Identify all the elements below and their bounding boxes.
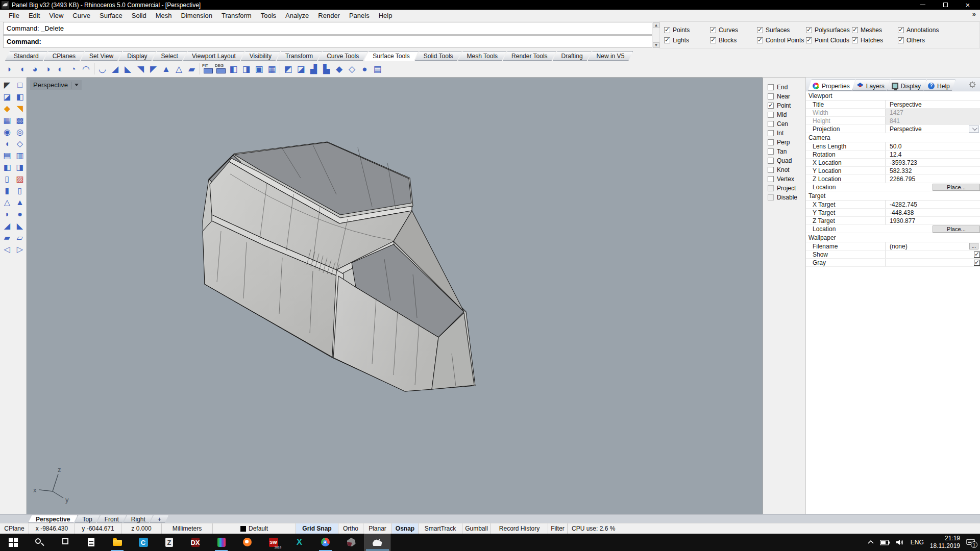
side-toolbar-icon-surface-patch[interactable]: ▩ [14,115,26,126]
filter-checkbox[interactable]: Meshes [852,25,898,35]
toolbar-icon-match-surface[interactable]: ◨ [240,63,253,76]
osnap-option[interactable]: Cen [768,119,805,129]
toolbar-icon-surface-edge[interactable]: ◖ [16,63,29,76]
status-segment[interactable]: x -9846.430 [29,523,75,534]
menu-item[interactable]: Help [374,11,397,20]
toolbar-icon-uv-editor[interactable]: ◆ [333,63,346,76]
side-toolbar-icon-control-net[interactable]: ▦ [1,115,13,126]
menu-item[interactable]: File [4,11,24,20]
toolbar-icon-curve-handle[interactable]: ◠ [80,63,92,76]
filter-checkbox[interactable]: Blocks [710,35,757,45]
menu-item[interactable]: Render [313,11,345,20]
side-toolbar-icon-visibility-flag[interactable]: ◪ [1,91,13,103]
toolbar-icon-surface-curve[interactable]: ◕ [29,63,41,76]
menu-item[interactable]: Surface [95,11,127,20]
toolbar-icon-surface-fillet[interactable]: ◐ [54,63,67,76]
side-toolbar-icon-plane-tool-2[interactable]: ▥ [14,150,26,161]
toolbar-tab[interactable]: Viewport Layout [183,51,244,61]
scroll-up-icon[interactable]: ▲ [653,22,659,28]
checkbox-icon[interactable] [768,176,774,182]
checkbox-icon[interactable] [898,27,904,33]
toolbar-tab[interactable]: New in V5 [588,51,633,61]
taskbar-app-calculator[interactable] [78,534,104,551]
panel-tab-display[interactable]: Display [887,80,926,91]
toolbar-tab[interactable]: Solid Tools [415,51,462,61]
toolbar-tab[interactable]: Visibility [241,51,280,61]
side-toolbar-icon-surface-corner-2[interactable]: ◗ [1,209,13,220]
toolbar-tab[interactable]: Standard [5,51,47,61]
filter-checkbox[interactable]: Point Clouds [806,35,852,45]
browse-ellipsis-button[interactable]: ... [969,243,978,249]
command-history[interactable]: Command: _Delete [3,22,652,35]
property-value[interactable]: (none) [885,242,969,250]
maximize-icon[interactable] [934,0,957,10]
taskbar-app-blender[interactable] [234,534,260,551]
toolbar-icon-taper-surface[interactable]: ◤ [147,63,160,76]
filter-checkbox[interactable]: Control Points [757,35,806,45]
side-toolbar-icon-select-pointer[interactable]: ◤ [1,80,13,91]
language-indicator[interactable]: ENG [911,539,924,546]
toolbar-icon-unroll-surface[interactable]: ▤ [371,63,384,76]
taskbar-app-media[interactable] [208,534,234,551]
toolbar-icon-control-points-on[interactable]: ◩ [282,63,295,76]
clock[interactable]: 21:19 18.11.2019 [930,535,960,550]
osnap-option[interactable]: Quad [768,156,805,165]
viewport-tab[interactable]: Front [97,515,127,523]
property-value[interactable]: 1930.877 [885,217,980,224]
toolbar-tab[interactable]: Display [118,51,156,61]
checkbox-icon[interactable] [806,27,812,33]
menu-item[interactable]: Dimension [177,11,217,20]
checkbox-icon[interactable] [664,27,670,33]
side-toolbar-icon-rebuild-net[interactable]: ◇ [14,138,26,149]
filter-checkbox[interactable]: Annotations [898,25,944,35]
side-toolbar-icon-circle-tool[interactable]: ◉ [1,127,13,138]
status-segment[interactable]: Record History [491,523,548,534]
property-value[interactable]: 12.4 [885,151,980,158]
command-prompt[interactable]: Command: [3,35,652,48]
checkbox-icon[interactable] [768,103,774,109]
checkbox-icon[interactable] [768,121,774,127]
toolbar-icon-flow-surface[interactable]: ◥ [134,63,147,76]
toolbar-icon-change-degree[interactable]: DEG [214,63,227,76]
checkbox-icon[interactable] [852,27,858,33]
toolbar-icon-extrude-surface[interactable]: ▲ [160,63,173,76]
side-toolbar-icon-cone[interactable]: △ [1,197,13,208]
checkbox-icon[interactable] [768,130,774,136]
toolbar-tab[interactable]: Select [153,51,187,61]
taskbar-app-zbrush[interactable]: Z [156,534,182,551]
osnap-option[interactable]: Tan [768,147,805,156]
toolbar-icon-control-points-off[interactable]: ◪ [295,63,307,76]
checkbox-icon[interactable] [768,194,774,201]
checkbox-icon[interactable] [898,37,904,43]
status-segment[interactable]: Grid Snap [296,523,338,534]
checkbox-icon[interactable] [710,27,716,33]
taskbar-app-task-view[interactable] [52,534,78,551]
checkbox-icon[interactable] [768,158,774,164]
model-3d[interactable]: x y z [27,78,762,514]
toolbar-tab[interactable]: Set View [81,51,122,61]
status-segment[interactable]: Ortho [338,523,363,534]
toolbar-icon-surface-blend[interactable]: ◑ [41,63,54,76]
side-toolbar-icon-sphere[interactable]: ● [14,209,26,220]
toolbar-icon-sweep-surface[interactable]: ▰ [185,63,198,76]
checkbox-icon[interactable] [768,84,774,90]
toolbar-tab[interactable]: Curve Tools [318,51,368,61]
checkbox-icon[interactable] [768,112,774,118]
filter-checkbox[interactable]: Surfaces [757,25,806,35]
menu-item[interactable]: Curve [68,11,95,20]
taskbar-app-file-explorer[interactable] [104,534,130,551]
toolbar-icon-surface-corner[interactable]: ◗ [3,63,16,76]
filter-checkbox[interactable]: Curves [710,25,757,35]
side-toolbar-icon-visibility-flag-2[interactable]: ◧ [14,91,26,103]
toolbar-icon-loft-surface[interactable]: △ [173,63,185,76]
scroll-down-icon[interactable]: ▼ [653,42,659,48]
side-toolbar-icon-array-fan[interactable]: ◎ [14,127,26,138]
property-value[interactable]: 1427 [885,109,980,116]
toolbar-icon-symmetry[interactable]: ▦ [265,63,278,76]
osnap-option[interactable]: Mid [768,110,805,119]
osnap-option[interactable]: End [768,83,805,92]
side-toolbar-icon-cone-solid[interactable]: ▲ [14,197,26,208]
side-toolbar-icon-split-half[interactable]: ◧ [1,162,13,173]
menu-item[interactable]: Mesh [151,11,177,20]
menu-item[interactable]: Transform [217,11,256,20]
